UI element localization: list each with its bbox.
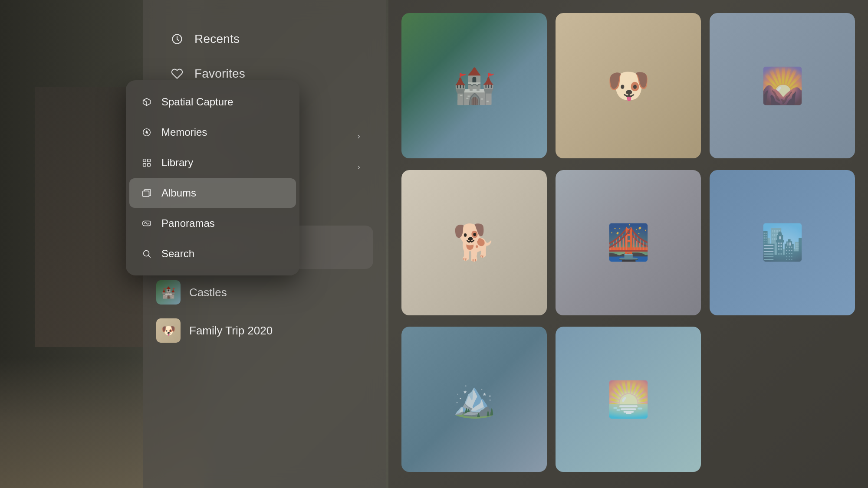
photo-card-co[interactable]: Co... 78 (710, 170, 855, 318)
co-info: Co... 78 (710, 315, 855, 318)
svg-rect-8 (143, 164, 146, 166)
cube-icon (140, 95, 154, 109)
svg-line-2 (143, 100, 147, 102)
popup-menu: Spatial Capture Memories Library Albums … (126, 80, 299, 275)
panoramas-label: Panoramas (161, 217, 215, 229)
popup-item-search[interactable]: Search (129, 239, 296, 269)
favorites-label: Favorites (194, 67, 245, 81)
photo-card-landscape2[interactable] (556, 327, 701, 475)
my-albums-chevron: › (357, 131, 360, 141)
family-trip-photo (556, 13, 701, 158)
library-icon (140, 156, 154, 170)
library-label: Library (161, 157, 193, 169)
albums-icon (140, 186, 154, 200)
family-trip-thumb: 🐶 (156, 318, 181, 343)
popup-item-albums[interactable]: Albums (129, 178, 296, 208)
photo-card-castles[interactable]: Castles 640 (401, 13, 547, 161)
co-photo (710, 170, 855, 315)
heart-icon (169, 66, 185, 82)
svg-point-5 (146, 131, 148, 133)
search-icon (140, 247, 154, 261)
photo-card-summer[interactable]: Su... 15 (710, 13, 855, 161)
panorama-icon (140, 216, 154, 230)
sidebar-item-recents[interactable]: Recents (156, 22, 373, 56)
shared-albums-chevron: › (357, 162, 360, 172)
memories-icon (140, 125, 154, 139)
svg-rect-7 (148, 159, 150, 162)
album-list-item-family-trip[interactable]: 🐶 Family Trip 2020 (143, 311, 386, 350)
family-trip-info: Family Trip 2020 1,210 (556, 158, 701, 161)
search-label: Search (161, 248, 194, 260)
spatial-capture-label: Spatial Capture (161, 96, 233, 108)
svg-point-12 (144, 251, 149, 256)
popup-item-library[interactable]: Library (129, 148, 296, 177)
family-trip-album-label: Family Trip 2020 (189, 324, 273, 337)
landscape1-photo (401, 327, 547, 472)
albums-label: Albums (161, 187, 196, 199)
recents-label: Recents (194, 32, 240, 46)
photo-card-bamboo[interactable]: Bamboo & Bonsai 498 (401, 170, 547, 318)
photos-grid: Castles 640 Family Trip 2020 1,210 Su...… (388, 0, 868, 488)
castles-info: Castles 640 (401, 158, 547, 161)
landscape2-info (556, 472, 701, 475)
landscape2-photo (556, 327, 701, 472)
castles-thumb: 🏰 (156, 280, 181, 305)
clock-icon (169, 31, 185, 47)
castles-album-label: Castles (189, 286, 227, 299)
new-york-info: New York 232 (556, 315, 701, 318)
summer-photo (710, 13, 855, 158)
bamboo-photo (401, 170, 547, 315)
landscape1-info (401, 472, 547, 475)
photo-card-landscape1[interactable] (401, 327, 547, 475)
svg-rect-10 (143, 191, 149, 197)
photo-card-family-trip[interactable]: Family Trip 2020 1,210 (556, 13, 701, 161)
svg-rect-6 (143, 159, 146, 162)
summer-info: Su... 15 (710, 158, 855, 161)
new-york-photo (556, 170, 701, 315)
bamboo-info: Bamboo & Bonsai 498 (401, 315, 547, 318)
svg-line-13 (148, 255, 150, 257)
popup-item-panoramas[interactable]: Panoramas (129, 209, 296, 238)
popup-item-spatial-capture[interactable]: Spatial Capture (129, 87, 296, 117)
photo-card-new-york[interactable]: New York 232 (556, 170, 701, 318)
popup-item-memories[interactable]: Memories (129, 118, 296, 147)
castles-photo (401, 13, 547, 158)
memories-label: Memories (161, 126, 207, 138)
svg-rect-9 (148, 164, 150, 166)
album-list-item-castles[interactable]: 🏰 Castles (143, 273, 386, 311)
